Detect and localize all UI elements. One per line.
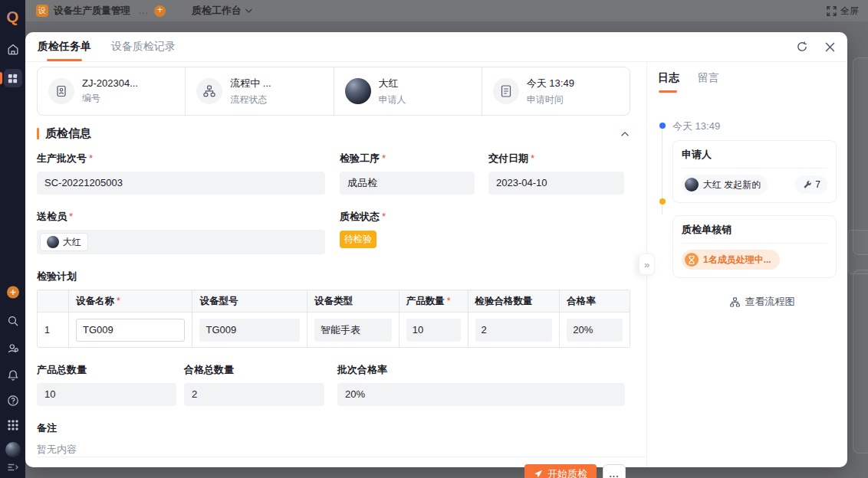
- create-button[interactable]: [6, 286, 19, 299]
- pass-rate-field[interactable]: 20%: [567, 319, 623, 342]
- summary-cards: ZJ-202304... 编号 流程中 ... 流程状态: [37, 67, 630, 116]
- summary-card-status: 流程中 ... 流程状态: [185, 67, 333, 115]
- fullscreen-button[interactable]: 全屏: [827, 5, 868, 18]
- device-name-input[interactable]: TG009: [76, 319, 186, 342]
- collapse-panel-handle[interactable]: »: [639, 254, 655, 275]
- batch-number-field[interactable]: SC-20221205003: [37, 172, 325, 195]
- id-badge-icon: [48, 78, 74, 104]
- contacts-icon[interactable]: [7, 342, 19, 355]
- tab-comments[interactable]: 留言: [698, 71, 719, 93]
- status-badge: 待检验: [340, 231, 376, 248]
- section-header: 质检信息: [37, 126, 630, 141]
- inspection-plan-table: 设备名称* 设备型号 设备类型 产品数量* 检验合格数量 合格率 1 TG009…: [37, 290, 630, 348]
- workspace-tab[interactable]: 设 设备生产质量管理 ... +: [36, 5, 166, 18]
- log-entry-card: 申请人 大红 发起新的 7: [672, 140, 837, 203]
- view-flowchart-link[interactable]: 查看流程图: [672, 295, 851, 309]
- field-change-count[interactable]: 7: [795, 175, 827, 194]
- device-type-field[interactable]: 智能手表: [314, 319, 392, 342]
- batch-rate-label: 批次合格率: [337, 363, 625, 377]
- summary-card-applicant: 大红 申请人: [334, 67, 482, 115]
- tab-device-records[interactable]: 设备质检记录: [111, 32, 176, 61]
- inspector-name: 大红: [63, 236, 81, 249]
- start-inspection-button[interactable]: 开始质检: [524, 464, 597, 478]
- flow-icon: [196, 78, 222, 104]
- table-row: 1 TG009 TG009 智能手表 10 2 20%: [38, 312, 630, 347]
- fullscreen-label: 全屏: [840, 5, 859, 18]
- fullscreen-icon: [827, 6, 837, 16]
- tab-log[interactable]: 日志: [658, 71, 679, 93]
- help-icon[interactable]: [7, 395, 19, 407]
- plan-col-header: 合格率: [559, 290, 630, 312]
- plan-col-header: 产品数量*: [399, 290, 468, 312]
- summary-card-number: ZJ-202304... 编号: [38, 67, 185, 115]
- user-avatar[interactable]: [5, 442, 21, 457]
- total-passed-label: 合格总数量: [184, 363, 324, 377]
- plan-col-header: [38, 290, 68, 312]
- send-icon: [534, 470, 543, 478]
- product-qty-field[interactable]: 10: [406, 319, 461, 342]
- total-passed-field[interactable]: 2: [184, 383, 324, 406]
- log-entry-card: 质检单核销 1名成员处理中...: [672, 215, 837, 278]
- required-marker: *: [447, 296, 451, 306]
- batch-rate-field[interactable]: 20%: [337, 383, 625, 406]
- processing-status-text: 1名成员处理中...: [703, 254, 771, 267]
- applicant-avatar: [345, 78, 371, 104]
- top-bar: 设 设备生产质量管理 ... + 质检工作台 全屏: [25, 0, 868, 21]
- passed-qty-field[interactable]: 2: [475, 319, 553, 342]
- start-inspection-label: 开始质检: [547, 467, 587, 478]
- batch-number-label: 生产批次号*: [37, 152, 325, 165]
- qc-status-label: 质检状态*: [340, 210, 475, 224]
- timeline-dot: [659, 123, 666, 129]
- inspector-chip[interactable]: 大红: [40, 233, 88, 251]
- total-qty-field[interactable]: 10: [37, 383, 176, 406]
- flowchart-icon: [729, 296, 741, 308]
- delivery-date-field[interactable]: 2023-04-10: [488, 172, 624, 195]
- timeline-dot: [659, 198, 666, 205]
- sidebar: Q: [0, 0, 25, 478]
- app-grid-icon[interactable]: [8, 420, 18, 431]
- close-icon[interactable]: [825, 42, 835, 52]
- workspace-more-icon[interactable]: ...: [139, 5, 149, 16]
- wrench-icon: [802, 180, 812, 190]
- remark-value: 暂无内容: [37, 443, 630, 457]
- inspector-field[interactable]: 大红: [37, 230, 325, 254]
- tab-label: 设备质检记录: [111, 40, 176, 54]
- collapse-sidebar-icon[interactable]: [7, 463, 18, 472]
- active-nav-indicator: [0, 72, 2, 84]
- actor-chip[interactable]: 大红 发起新的: [682, 175, 768, 195]
- process-step-field[interactable]: 成品检: [340, 172, 475, 195]
- plan-title: 检验计划: [37, 270, 630, 283]
- search-icon[interactable]: [7, 315, 19, 327]
- actor-text: 大红 发起新的: [703, 178, 761, 192]
- document-icon: [493, 78, 519, 104]
- task-number: ZJ-202304...: [82, 77, 138, 89]
- page-title-tab[interactable]: 质检工作台: [192, 4, 252, 18]
- qingflow-logo[interactable]: Q: [6, 8, 18, 26]
- required-marker: *: [382, 152, 386, 164]
- actor-avatar: [685, 178, 699, 192]
- device-model-field[interactable]: TG009: [199, 319, 300, 342]
- add-workspace-button[interactable]: +: [154, 5, 166, 17]
- more-actions-button[interactable]: ...: [603, 464, 626, 478]
- row-index: 1: [38, 313, 68, 347]
- log-timeline: 今天 13:49 申请人 大红 发起新的 7: [658, 120, 851, 309]
- inspection-task-modal: 质检任务单 设备质检记录: [25, 32, 847, 467]
- notifications-bell-icon[interactable]: [7, 369, 19, 381]
- tab-inspection-task[interactable]: 质检任务单: [38, 32, 91, 61]
- tab-label: 质检任务单: [38, 40, 91, 54]
- workspace-title: 设备生产质量管理: [54, 5, 130, 18]
- refresh-icon[interactable]: [796, 41, 808, 53]
- required-marker: *: [89, 152, 93, 164]
- total-qty-label: 产品总数量: [37, 363, 176, 377]
- card-label: 流程状态: [230, 93, 271, 106]
- log-entry-title: 申请人: [682, 148, 827, 162]
- home-icon[interactable]: [6, 43, 19, 56]
- hourglass-icon: [685, 253, 699, 267]
- processing-status-pill[interactable]: 1名成员处理中...: [682, 250, 780, 270]
- log-entry-time: 今天 13:49: [672, 120, 851, 133]
- log-panel-tabs: 日志 留言: [658, 71, 851, 93]
- required-marker: *: [531, 152, 534, 164]
- collapse-section-icon[interactable]: [620, 129, 630, 139]
- modal-header: 质检任务单 设备质检记录: [25, 32, 847, 62]
- apps-nav-active[interactable]: [4, 69, 22, 87]
